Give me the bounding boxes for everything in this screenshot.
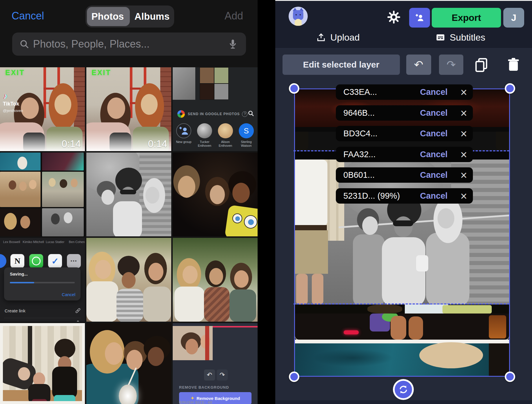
upload-cancel-link[interactable]: Cancel bbox=[420, 87, 448, 97]
layer-bound-dashed-guide bbox=[294, 303, 509, 305]
share-target-contact[interactable]: S Sterling Watson bbox=[237, 123, 256, 148]
tiktok-watermark: TikTok bbox=[3, 101, 19, 107]
close-icon[interactable]: × bbox=[460, 149, 467, 160]
upload-progress-item: BD3C4... Cancel × bbox=[336, 126, 473, 141]
exit-sign-text: EXIT bbox=[92, 68, 111, 77]
upload-progress-item: 5231D... (99%) Cancel × bbox=[336, 188, 473, 204]
share-target-contact[interactable]: Tucker Enthoven bbox=[195, 123, 214, 148]
redo-button[interactable]: ↷ bbox=[439, 55, 463, 75]
link-icon bbox=[74, 307, 82, 314]
export-button[interactable]: Export bbox=[432, 8, 501, 28]
search-icon[interactable] bbox=[247, 110, 255, 117]
photo-thumbnail-cafe-group[interactable] bbox=[86, 238, 171, 322]
redo-icon[interactable]: ↷ bbox=[217, 369, 228, 381]
tiktok-username: @jenthoven bbox=[3, 108, 23, 113]
saving-title: Saving... bbox=[10, 271, 28, 276]
video-duration-badge: 0:14 bbox=[148, 138, 167, 149]
undo-icon[interactable]: ↶ bbox=[204, 369, 215, 381]
photo-thumbnail-night-selfie[interactable] bbox=[86, 323, 171, 404]
user-avatar[interactable]: J bbox=[503, 8, 524, 28]
upload-cancel-link[interactable]: Cancel bbox=[420, 170, 448, 180]
upload-filename: 9646B... bbox=[343, 108, 420, 118]
tab-albums[interactable]: Albums bbox=[130, 6, 174, 28]
help-icon[interactable]: ? bbox=[242, 111, 247, 117]
picker-cancel-button[interactable]: Cancel bbox=[12, 10, 44, 22]
photos-albums-segmented-control[interactable]: Photos Albums bbox=[85, 6, 174, 28]
upload-filename: BD3C4... bbox=[343, 129, 420, 138]
ios-photo-picker: Cancel Photos Albums Add Photos, People,… bbox=[0, 0, 258, 404]
notion-app-icon: N bbox=[10, 254, 24, 268]
photo-thumbnail-tiktok-2[interactable]: EXIT 0:14 bbox=[86, 67, 171, 151]
photo-thumbnail-boat-bw[interactable] bbox=[86, 153, 171, 236]
more-apps-icon[interactable]: ••• bbox=[67, 254, 81, 268]
picker-add-button[interactable]: Add bbox=[225, 10, 243, 22]
photo-thumbnail-share-sheet-screenshot[interactable]: Lex Boswell Kimiko Mitchell Lucas Statle… bbox=[0, 238, 85, 322]
share-contact-name: Kimiko Mitchell bbox=[22, 240, 45, 244]
create-link-row[interactable]: Create link bbox=[5, 308, 25, 313]
selection-handle-bottom-left[interactable] bbox=[289, 372, 299, 382]
share-target-contact[interactable]: Alison Enthoven bbox=[216, 123, 235, 148]
selection-handle-bottom-right[interactable] bbox=[505, 372, 515, 382]
video-editor-panel: Export J Upload Subtitles Edit selected … bbox=[275, 0, 532, 404]
selection-handle-top-right[interactable] bbox=[505, 83, 515, 94]
settings-gear-icon[interactable] bbox=[387, 11, 400, 23]
video-duration-badge: 0:14 bbox=[62, 138, 81, 149]
photo-thumbnail-party-polaroid[interactable] bbox=[0, 323, 85, 404]
open-in-row[interactable]: Open In... bbox=[5, 321, 24, 322]
tab-subtitles[interactable]: Subtitles bbox=[435, 28, 485, 47]
upload-filename: 5231D... (99%) bbox=[343, 191, 420, 201]
edit-selected-layer-button[interactable]: Edit selected layer bbox=[283, 55, 400, 75]
share-contact-name: Lex Boswell bbox=[0, 240, 23, 244]
upload-progress-item: 9646B... Cancel × bbox=[336, 105, 473, 121]
photo-thumbnail-tiktok-1[interactable]: EXIT ♪ TikTok @jenthoven 0:14 bbox=[0, 67, 85, 151]
undo-button[interactable]: ↶ bbox=[406, 55, 431, 75]
workspace-avatar[interactable] bbox=[289, 7, 308, 26]
upload-icon bbox=[316, 32, 326, 43]
upload-filename: FAA32... bbox=[343, 150, 420, 159]
close-icon[interactable]: × bbox=[460, 190, 467, 202]
remove-background-section-label: REMOVE BACKGROUND bbox=[179, 385, 229, 389]
share-contact-name: Lucas Statler bbox=[44, 240, 66, 244]
person-add-icon bbox=[414, 12, 425, 23]
photo-thumbnail-collage[interactable] bbox=[0, 153, 85, 236]
layer-teal-towel bbox=[295, 343, 509, 376]
close-icon[interactable]: × bbox=[460, 86, 467, 98]
app-icon bbox=[0, 254, 6, 268]
upload-filename: 0B601... bbox=[343, 170, 420, 180]
close-icon[interactable]: × bbox=[460, 169, 467, 181]
whatsapp-app-icon bbox=[29, 254, 43, 268]
selection-handle-top-left[interactable] bbox=[289, 83, 299, 94]
close-icon[interactable]: × bbox=[460, 128, 467, 140]
upload-progress-item: FAA32... Cancel × bbox=[336, 147, 473, 162]
delete-layer-icon[interactable] bbox=[505, 56, 522, 73]
google-photos-icon bbox=[177, 110, 185, 118]
close-icon[interactable]: × bbox=[460, 107, 467, 119]
invite-collaborator-button[interactable] bbox=[409, 8, 430, 28]
tab-upload[interactable]: Upload bbox=[316, 28, 360, 47]
layer-night-sliver bbox=[295, 305, 509, 314]
check-app-icon: ✓ bbox=[48, 254, 62, 268]
replace-media-button[interactable] bbox=[393, 379, 414, 400]
upload-cancel-link[interactable]: Cancel bbox=[420, 150, 448, 159]
tab-photos[interactable]: Photos bbox=[85, 6, 130, 28]
saving-progress-bar bbox=[10, 282, 75, 283]
brush-size-label: BRUSH SIZE: 40 bbox=[179, 400, 212, 404]
upload-cancel-link[interactable]: Cancel bbox=[420, 108, 448, 118]
sync-arrows-icon bbox=[398, 385, 408, 394]
duplicate-layer-icon[interactable] bbox=[473, 56, 490, 73]
upload-cancel-link[interactable]: Cancel bbox=[420, 129, 448, 138]
search-bar[interactable]: Photos, People, Places... bbox=[12, 32, 246, 56]
share-contact-name: Ben Cohen bbox=[65, 240, 85, 244]
photo-thumbnail-google-share-screenshot[interactable]: SEND IN GOOGLE PHOTOS ? New group bbox=[173, 67, 258, 151]
share-target-new-group[interactable]: New group bbox=[174, 123, 193, 144]
photo-thumbnail-night-spongebob[interactable] bbox=[173, 153, 258, 236]
photo-thumbnail-removebg-screenshot[interactable]: ↶ ↷ REMOVE BACKGROUND ✦ Remove Backgroun… bbox=[173, 323, 258, 404]
layer-nightclub-strip bbox=[295, 314, 509, 340]
editor-footer-strip bbox=[275, 400, 532, 404]
upload-cancel-link[interactable]: Cancel bbox=[420, 191, 448, 201]
mic-icon[interactable] bbox=[226, 38, 239, 50]
photo-thumbnail-trees-group[interactable] bbox=[173, 238, 258, 322]
saving-cancel-button[interactable]: Cancel bbox=[62, 292, 75, 297]
share-target-contact[interactable]: Alexa E bbox=[257, 123, 258, 144]
subtitles-icon bbox=[435, 32, 446, 43]
